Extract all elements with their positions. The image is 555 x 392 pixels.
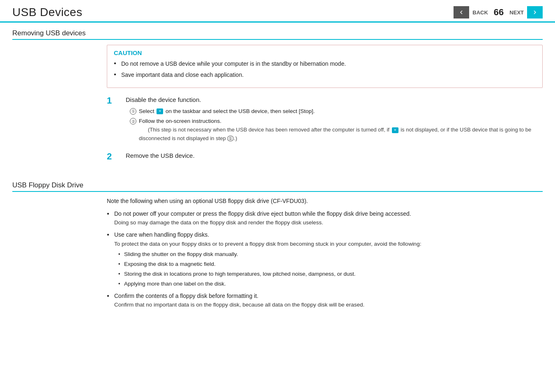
floppy-item-2-subbullets: Sliding the shutter on the floppy disk m… bbox=[118, 250, 543, 288]
nav-controls: BACK 66 NEXT bbox=[454, 6, 543, 18]
section-heading-removing: Removing USB devices bbox=[12, 29, 543, 40]
next-button[interactable] bbox=[527, 6, 543, 18]
floppy-list: Do not power off your computer or press … bbox=[107, 210, 543, 310]
back-label: BACK bbox=[472, 9, 488, 16]
floppy-content: Note the following when using an optiona… bbox=[0, 192, 555, 321]
step-2-content: Remove the USB device. bbox=[126, 151, 543, 163]
page-title: USB Devices bbox=[12, 6, 82, 19]
floppy-sub-4: Applying more than one label on the disk… bbox=[118, 280, 543, 288]
section-floppy: USB Floppy Disk Drive bbox=[0, 175, 555, 192]
caution-list: Do not remove a USB device while your co… bbox=[114, 60, 536, 79]
step-1-title: Disable the device function. bbox=[126, 95, 543, 105]
floppy-sub-2: Exposing the disk to a magnetic field. bbox=[118, 260, 543, 269]
step-1: 1 Disable the device function. ① Select … bbox=[107, 95, 543, 145]
next-arrow-icon bbox=[531, 9, 539, 16]
header: USB Devices BACK 66 NEXT bbox=[0, 0, 555, 23]
caution-box: CAUTION Do not remove a USB device while… bbox=[107, 45, 543, 88]
section-removing-usb: Removing USB devices bbox=[0, 23, 555, 40]
floppy-sub-3: Storing the disk in locations prone to h… bbox=[118, 270, 543, 279]
substep-1-2-note: (This step is not necessary when the USB… bbox=[139, 127, 531, 141]
floppy-sub-1: Sliding the shutter on the floppy disk m… bbox=[118, 250, 543, 259]
circle-2-icon: ② bbox=[130, 118, 136, 125]
usb-icon-1 bbox=[157, 108, 163, 114]
circle-1-icon: ① bbox=[130, 108, 136, 115]
page-wrapper: USB Devices BACK 66 NEXT Removing USB de… bbox=[0, 0, 555, 392]
floppy-item-3-note: Confirm that no important data is on the… bbox=[114, 302, 364, 308]
step-1-content: Disable the device function. ① Select on… bbox=[126, 95, 543, 145]
caution-item-1: Do not remove a USB device while your co… bbox=[114, 60, 536, 68]
step-2: 2 Remove the USB device. bbox=[107, 151, 543, 163]
floppy-item-2-note: To protect the data on your floppy disks… bbox=[114, 241, 421, 247]
substep-1-2: ② Follow the on-screen instructions. (Th… bbox=[130, 117, 543, 143]
caution-item-2: Save important data and close each appli… bbox=[114, 71, 536, 79]
section-heading-floppy: USB Floppy Disk Drive bbox=[12, 181, 543, 192]
content-removing-usb: CAUTION Do not remove a USB device while… bbox=[0, 40, 555, 175]
circle-ref-icon: ① bbox=[227, 136, 234, 141]
step-2-number: 2 bbox=[107, 151, 122, 162]
floppy-item-3: Confirm the contents of a floppy disk be… bbox=[107, 292, 543, 310]
substep-1-1: ① Select on the taskbar and select the U… bbox=[130, 107, 543, 116]
usb-icon-2 bbox=[392, 127, 398, 133]
step-1-number: 1 bbox=[107, 95, 122, 106]
step-2-title: Remove the USB device. bbox=[126, 151, 543, 161]
floppy-intro: Note the following when using an optiona… bbox=[107, 197, 543, 205]
caution-title: CAUTION bbox=[114, 49, 536, 56]
back-button[interactable] bbox=[454, 6, 469, 18]
back-arrow-icon bbox=[458, 9, 465, 16]
floppy-item-2: Use care when handling floppy disks. To … bbox=[107, 231, 543, 288]
step-1-substeps: ① Select on the taskbar and select the U… bbox=[130, 107, 543, 143]
floppy-item-1: Do not power off your computer or press … bbox=[107, 210, 543, 228]
page-number: 66 bbox=[494, 7, 504, 18]
next-label: NEXT bbox=[509, 9, 524, 16]
floppy-item-1-note: Doing so may damage the data on the flop… bbox=[114, 219, 323, 226]
